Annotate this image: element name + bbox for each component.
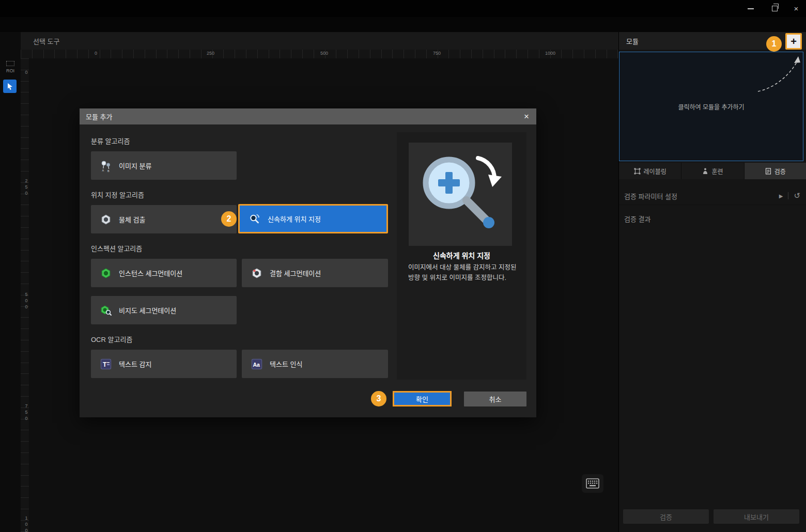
module-panel-title: 모듈 [619,36,639,46]
section-heading-classification: 분류 알고리즘 [91,136,130,146]
tab-validation[interactable]: 검증 [745,163,806,179]
algo-button-label: 인스턴스 세그먼테이션 [119,268,182,278]
selection-tool-label: 선택 도구 [21,36,59,46]
module-panel: 모듈 + 클릭하여 모듈을 추가하기 레이블링 [618,32,806,532]
keyboard-icon [586,478,599,489]
instance-segmentation-button[interactable]: 인스턴스 세그먼테이션 [91,259,237,287]
algorithm-preview-panel: 신속하게 위치 지정 이미지에서 대상 물체를 감지하고 지정된 방향 및 위치… [397,132,526,380]
cancel-button-label: 취소 [489,394,502,404]
fast-positioning-button[interactable]: 신속하게 위치 지정 [238,204,388,233]
section-heading-positioning: 위치 지정 알고리즘 [91,190,144,199]
validation-param-section[interactable]: 검증 파라미터 설정 ▶ ↺ [619,187,806,205]
validation-result-title: 검증 결과 [624,214,650,224]
window-titlebar: × [0,0,806,17]
cursor-icon [6,82,14,90]
close-button[interactable]: × [787,0,805,17]
algo-button-label: 텍스트 감지 [119,359,151,369]
nut-magnifier-icon [99,304,113,317]
validation-param-title: 검증 파라미터 설정 [619,191,774,201]
algo-button-label: 결함 세그먼테이션 [270,268,321,278]
ok-button[interactable]: 확인 [393,391,452,406]
plus-icon: + [791,36,797,48]
horizontal-ruler: 0 250 500 750 1000 [21,50,618,58]
unsupervised-segmentation-button[interactable]: 비지도 세그먼테이션 [91,296,237,324]
tab-training[interactable]: 훈련 [681,163,743,179]
export-button-label: 내보내기 [744,512,769,522]
algo-button-label: 비지도 세그먼테이션 [119,305,176,315]
text-detect-icon: T [99,357,113,371]
tab-labeling[interactable]: 레이블링 [619,163,681,179]
minimize-button[interactable] [742,0,760,17]
h-ruler-tick: 750 [433,51,441,56]
app-window: × ROI 선택 도구 0 250 500 750 1000 0 250 500… [0,0,806,532]
selection-tool-button[interactable] [3,80,17,93]
h-ruler-tick: 0 [95,51,97,56]
v-ruler-tick: 1000 [21,515,29,532]
object-detection-button[interactable]: 물체 검출 [91,205,237,233]
h-ruler-tick: 250 [207,51,214,56]
algo-button-label: 텍스트 인식 [270,359,302,369]
preview-description: 이미지에서 대상 물체를 감지하고 지정된 방향 및 위치로 이미지를 조정합니… [408,262,520,283]
text-detection-button[interactable]: T 텍스트 감지 [91,350,237,378]
close-icon: × [794,4,799,13]
text-recognize-icon: Aa [250,357,264,371]
restore-button[interactable] [766,0,783,17]
image-classification-icon: A B [99,159,113,173]
checklist-icon [765,168,771,175]
v-ruler-tick: 250 [21,178,29,197]
magnifier-rotate-illustration [409,143,512,246]
roi-icon [6,61,14,66]
cancel-button[interactable]: 취소 [464,392,526,406]
h-ruler-tick: 500 [320,51,328,56]
nut-icon [99,213,113,226]
left-tool-rail: ROI [0,32,21,532]
person-icon [702,168,708,175]
annotation-step-1: 1 [766,36,782,52]
text-recognition-button[interactable]: Aa 텍스트 인식 [242,350,388,378]
roi-tool-button[interactable]: ROI [0,61,21,73]
algo-button-label: 이미지 분류 [119,161,151,170]
defect-segmentation-button[interactable]: 결함 세그먼테이션 [242,259,388,287]
module-list-empty-area[interactable]: 클릭하여 모듈을 추가하기 [619,52,803,161]
history-icon[interactable]: ↺ [788,191,806,200]
tab-label: 레이블링 [644,167,667,176]
add-module-dialog: 모듈 추가 × 분류 알고리즘 A B 이미지 분류 위치 지정 [80,108,536,417]
svg-text:A: A [102,168,104,171]
magnifier-rotate-icon [248,212,261,226]
minimize-icon [748,8,754,9]
defect-nut-icon [250,267,264,280]
v-ruler-tick: 0 [21,70,29,76]
virtual-keyboard-button[interactable] [582,474,603,493]
ok-button-label: 확인 [416,394,428,404]
dialog-titlebar[interactable]: 모듈 추가 × [80,108,536,124]
bounding-box-icon [634,168,641,175]
dialog-close-button[interactable]: × [517,112,536,122]
v-ruler-tick: 500 [21,292,29,310]
section-heading-ocr: OCR 알고리즘 [91,334,132,344]
dialog-body: 분류 알고리즘 A B 이미지 분류 위치 지정 알고리즘 [80,124,536,417]
preview-image [409,143,512,246]
validate-button-label: 검증 [660,512,672,522]
svg-text:Aa: Aa [253,361,260,367]
algo-button-label: 신속하게 위치 지정 [268,214,321,224]
roi-label: ROI [6,68,14,73]
add-module-button[interactable]: + [785,33,802,50]
image-classification-button[interactable]: A B 이미지 분류 [91,151,237,180]
tab-label: 검증 [774,167,786,176]
export-button[interactable]: 내보내기 [714,509,799,524]
tab-label: 훈련 [711,167,723,176]
expand-icon[interactable]: ▶ [774,193,788,199]
restore-icon [772,6,778,11]
preview-title: 신속하게 위치 지정 [397,250,526,260]
algo-button-label: 물체 검출 [119,214,145,224]
module-tabs: 레이블링 훈련 검증 [619,163,806,179]
validate-button[interactable]: 검증 [623,509,709,524]
h-ruler-tick: 1000 [545,51,555,56]
svg-text:B: B [107,169,110,172]
guide-arrow-icon [619,52,803,161]
v-ruler-tick: 750 [21,403,29,422]
section-heading-inspection: 인스펙션 알고리즘 [91,243,142,253]
annotation-step-3: 3 [371,391,386,406]
svg-text:T: T [103,361,107,368]
canvas-toolbar: 선택 도구 [21,32,618,50]
